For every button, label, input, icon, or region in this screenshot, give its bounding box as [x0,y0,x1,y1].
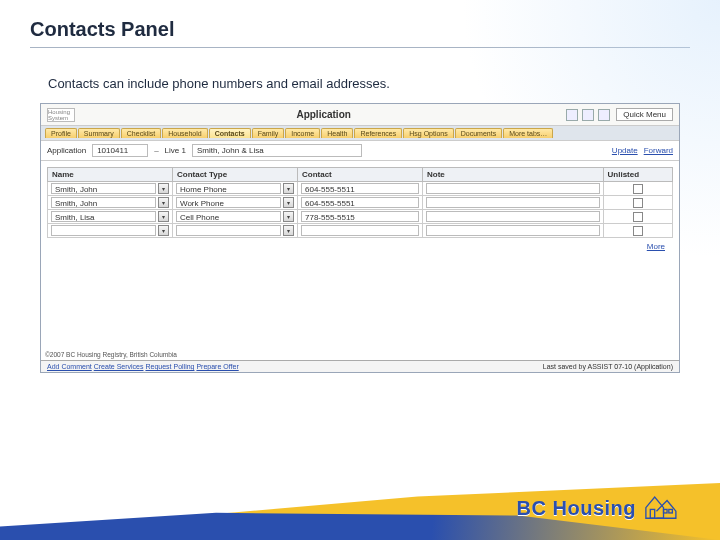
slide-subtitle: Contacts can include phone numbers and e… [0,76,720,99]
status-right: Last saved by ASSIST 07-10 (Application) [543,363,673,370]
contact-input[interactable]: 604-555-5551 [301,197,419,208]
chevron-down-icon[interactable]: ▾ [158,225,169,236]
contact-type-select[interactable]: Home Phone [176,183,281,194]
tab-row: ProfileSummaryChecklistHouseholdContacts… [41,126,679,141]
tab-profile[interactable]: Profile [45,128,77,138]
col-header-name: Name [48,168,173,182]
unlisted-checkbox[interactable] [633,198,643,208]
application-seq: Live 1 [165,146,186,155]
contact-type-select[interactable]: Cell Phone [176,211,281,222]
title-rule [30,47,690,48]
application-id-input[interactable]: 1010411 [92,144,148,157]
note-input[interactable] [426,197,600,208]
status-link-add-comment[interactable]: Add Comment [47,363,92,370]
forward-link[interactable]: Forward [644,146,673,155]
tab-documents[interactable]: Documents [455,128,502,138]
contacts-grid: Name Contact Type Contact Note Unlisted … [47,167,673,238]
table-row: Smith, Lisa▾Cell Phone▾778-555-5515 [48,210,673,224]
chevron-down-icon[interactable]: ▾ [283,197,294,208]
chevron-down-icon[interactable]: ▾ [158,183,169,194]
unlisted-checkbox[interactable] [633,212,643,222]
name-select[interactable] [51,225,156,236]
col-header-contact: Contact [298,168,423,182]
tab-checklist[interactable]: Checklist [121,128,161,138]
tab-health[interactable]: Health [321,128,353,138]
note-input[interactable] [426,183,600,194]
status-link-create-services[interactable]: Create Services [94,363,144,370]
tab-family[interactable]: Family [252,128,285,138]
svg-rect-1 [664,509,668,513]
chevron-down-icon[interactable]: ▾ [283,225,294,236]
col-header-unlisted: Unlisted [603,168,672,182]
logo-text: BC Housing [517,497,636,520]
quick-menu-button[interactable]: Quick Menu [616,108,673,121]
name-select[interactable]: Smith, John [51,197,156,208]
applicant-name-display: Smith, John & Lisa [192,144,362,157]
chevron-down-icon[interactable]: ▾ [158,211,169,222]
tab-references[interactable]: References [354,128,402,138]
contact-input[interactable]: 604-555-5511 [301,183,419,194]
status-link-request-polling[interactable]: Request Polling [145,363,194,370]
contact-input[interactable]: 778-555-5515 [301,211,419,222]
bc-housing-logo: BC Housing [517,490,678,520]
tab-summary[interactable]: Summary [78,128,120,138]
tab-income[interactable]: Income [285,128,320,138]
tab-contacts[interactable]: Contacts [209,128,251,138]
status-link-prepare-offer[interactable]: Prepare Offer [196,363,238,370]
help-icon[interactable] [566,109,578,121]
note-input[interactable] [426,225,600,236]
col-header-note: Note [423,168,604,182]
application-screenshot: Housing System Application Quick Menu Pr… [40,103,680,373]
name-select[interactable]: Smith, John [51,183,156,194]
house-icon [642,490,678,520]
update-link[interactable]: Update [612,146,638,155]
unlisted-checkbox[interactable] [633,226,643,236]
breadcrumb-bar: Application 1010411 – Live 1 Smith, John… [41,141,679,161]
note-input[interactable] [426,211,600,222]
topbar-icon-group [566,109,610,121]
breadcrumb-label: Application [47,146,86,155]
slide-title: Contacts Panel [0,0,720,47]
status-bar: Add Comment Create Services Request Poll… [41,360,679,372]
chevron-down-icon[interactable]: ▾ [283,211,294,222]
app-topbar: Housing System Application Quick Menu [41,104,679,126]
app-title: Application [81,109,566,120]
svg-rect-2 [669,509,673,513]
app-brand-icon: Housing System [47,108,75,122]
close-icon[interactable] [598,109,610,121]
chevron-down-icon[interactable]: ▾ [283,183,294,194]
tab-household[interactable]: Household [162,128,207,138]
svg-rect-0 [650,509,654,518]
unlisted-checkbox[interactable] [633,184,643,194]
more-link[interactable]: More [647,242,665,251]
table-row: Smith, John▾Home Phone▾604-555-5511 [48,182,673,196]
breadcrumb-separator: – [154,146,158,155]
contact-type-select[interactable] [176,225,281,236]
contact-type-select[interactable]: Work Phone [176,197,281,208]
col-header-type: Contact Type [173,168,298,182]
copyright-text: ©2007 BC Housing Registry, British Colum… [45,351,177,358]
table-row: ▾▾ [48,224,673,238]
contact-input[interactable] [301,225,419,236]
tab-more-tabs-[interactable]: More tabs… [503,128,553,138]
name-select[interactable]: Smith, Lisa [51,211,156,222]
chevron-down-icon[interactable]: ▾ [158,197,169,208]
tab-hsg-options[interactable]: Hsg Options [403,128,454,138]
print-icon[interactable] [582,109,594,121]
table-row: Smith, John▾Work Phone▾604-555-5551 [48,196,673,210]
